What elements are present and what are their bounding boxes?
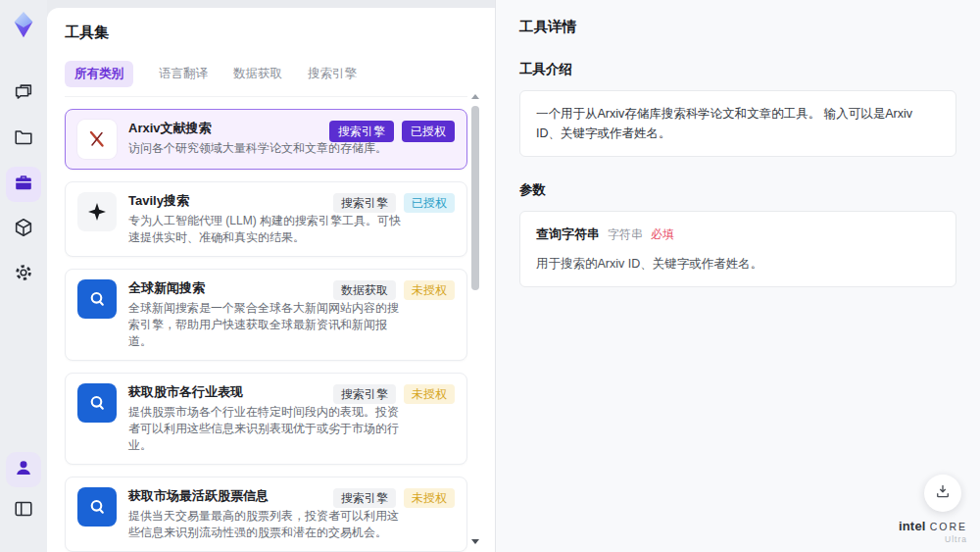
tool-description: 专为人工智能代理 (LLM) 构建的搜索引擎工具。可快速提供实时、准确和真实的结… <box>128 213 405 246</box>
tavily-star-icon <box>77 192 117 231</box>
param-required-badge: 必填 <box>651 226 674 244</box>
params-heading: 参数 <box>519 181 956 199</box>
param-description: 用于搜索的Arxiv ID、关键字或作者姓名。 <box>536 254 940 274</box>
intel-core-logo: intel CORE Ultra <box>899 519 967 544</box>
tool-details-panel: 工具详情 工具介绍 一个用于从Arxiv存储库搜索科学论文和文章的工具。 输入可… <box>495 0 980 552</box>
sidebar-item-account[interactable] <box>6 452 41 487</box>
list-scrollbar[interactable] <box>470 94 480 544</box>
sidebar-item-tools[interactable] <box>6 167 41 202</box>
chat-icon <box>13 81 34 107</box>
sidebar-item-collapse[interactable] <box>6 493 41 528</box>
tool-card-stock-sector-performance[interactable]: 获取股市各行业表现 提供股票市场各个行业在特定时间段内的表现。投资者可以利用这些… <box>65 373 467 465</box>
category-tabs: 所有类别 语言翻译 数据获取 搜索引擎 <box>65 61 467 97</box>
tool-card-tavily-search[interactable]: Tavily搜索 专为人工智能代理 (LLM) 构建的搜索引擎工具。可快速提供实… <box>65 181 467 257</box>
tool-card-global-news-search[interactable]: 全球新闻搜索 全球新闻搜索是一个聚合全球各大新闻网站内容的搜索引擎，帮助用户快速… <box>65 269 467 361</box>
toolbox-icon <box>13 172 34 197</box>
news-search-icon <box>77 383 117 423</box>
parameter-card: 查询字符串 字符串 必填 用于搜索的Arxiv ID、关键字或作者姓名。 <box>519 211 956 287</box>
core-wordmark: CORE <box>930 521 967 532</box>
category-badge: 搜索引擎 <box>333 488 396 508</box>
sidebar-item-packages[interactable] <box>6 212 41 247</box>
scroll-down-arrow-icon[interactable] <box>471 539 479 544</box>
tool-intro-text: 一个用于从Arxiv存储库搜索科学论文和文章的工具。 输入可以是Arxiv ID… <box>536 107 912 140</box>
cube-icon <box>13 217 34 242</box>
auth-status-badge: 未授权 <box>404 488 455 508</box>
details-title: 工具详情 <box>519 18 956 36</box>
tool-intro-box: 一个用于从Arxiv存储库搜索科学论文和文章的工具。 输入可以是Arxiv ID… <box>519 90 956 157</box>
left-icon-rail <box>0 0 47 552</box>
scrollbar-thumb[interactable] <box>471 106 479 290</box>
tools-panel: 工具集 所有类别 语言翻译 数据获取 搜索引擎 Arxiv文献搜索 访问各个研究… <box>47 8 495 552</box>
sidebar-item-chat[interactable] <box>6 76 41 112</box>
param-name: 查询字符串 <box>536 225 600 245</box>
category-badge: 搜索引擎 <box>333 384 396 404</box>
tool-card-most-active-stocks[interactable]: 获取市场最活跃股票信息 提供当天交易量最高的股票列表，投资者可以利用这些信息来识… <box>65 477 467 552</box>
tool-description: 提供当天交易量最高的股票列表，投资者可以利用这些信息来识别流动性强的股票和潜在的… <box>128 508 405 541</box>
user-icon <box>13 457 34 482</box>
tab-all-categories[interactable]: 所有类别 <box>65 61 133 87</box>
app-logo-icon <box>9 10 38 43</box>
collapse-panel-icon <box>13 498 34 524</box>
param-type: 字符串 <box>608 226 643 244</box>
news-search-icon <box>77 487 117 527</box>
tab-search-engine[interactable]: 搜索引擎 <box>308 61 357 87</box>
tool-description: 提供股票市场各个行业在特定时间段内的表现。投资者可以利用这些信息来识别表现优于或… <box>128 404 405 454</box>
page-title: 工具集 <box>65 24 495 42</box>
auth-status-badge: 未授权 <box>404 384 455 404</box>
category-badge: 搜索引擎 <box>333 193 396 213</box>
tab-data-acquisition[interactable]: 数据获取 <box>233 61 282 87</box>
sidebar-item-settings[interactable] <box>6 257 41 292</box>
auth-status-badge: 已授权 <box>404 193 455 213</box>
tab-language-translation[interactable]: 语言翻译 <box>159 61 208 87</box>
tool-card-arxiv-search[interactable]: Arxiv文献搜索 访问各个研究领域大量科学论文和文章的存储库。 搜索引擎 已授… <box>65 109 467 170</box>
folder-icon <box>13 126 34 152</box>
intro-heading: 工具介绍 <box>519 61 956 78</box>
tool-description: 全球新闻搜索是一个聚合全球各大新闻网站内容的搜索引擎，帮助用户快速获取全球最新资… <box>128 300 405 350</box>
tool-list: Arxiv文献搜索 访问各个研究领域大量科学论文和文章的存储库。 搜索引擎 已授… <box>65 109 467 552</box>
tool-description: 访问各个研究领域大量科学论文和文章的存储库。 <box>128 140 405 157</box>
auth-status-badge: 未授权 <box>404 280 455 300</box>
arxiv-logo-icon <box>77 120 117 159</box>
download-icon <box>934 482 952 504</box>
category-badge: 数据获取 <box>333 280 396 300</box>
news-search-icon <box>77 279 117 319</box>
intel-wordmark: intel <box>899 519 926 533</box>
scroll-up-arrow-icon[interactable] <box>471 94 479 99</box>
tier-wordmark: Ultra <box>899 534 967 544</box>
auth-status-badge: 已授权 <box>402 121 455 142</box>
download-button[interactable] <box>924 475 961 512</box>
sidebar-item-files[interactable] <box>6 122 41 157</box>
settings-gear-icon <box>13 262 34 287</box>
category-badge: 搜索引擎 <box>329 121 394 142</box>
